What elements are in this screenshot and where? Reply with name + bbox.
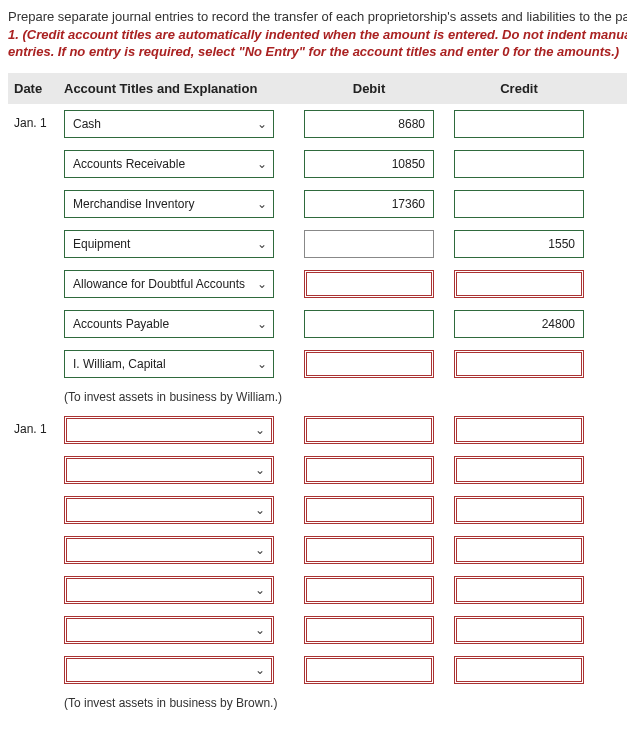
credit-input[interactable] [454,576,584,604]
instruction-line-2: 1. (Credit account titles are automatica… [8,26,627,61]
credit-input[interactable] [454,350,584,378]
chevron-down-icon: ⌄ [257,317,267,331]
date-cell [14,230,64,236]
credit-input[interactable]: 24800 [454,310,584,338]
account-title-select[interactable]: Accounts Payable⌄ [64,310,274,338]
explain-row: (To invest assets in business by Brown.) [8,690,627,716]
table-row: Allowance for Doubtful Accounts⌄ [8,264,627,304]
account-title-value: Merchandise Inventory [73,197,194,211]
debit-input[interactable] [304,656,434,684]
account-title-value: Equipment [73,237,130,251]
credit-input[interactable] [454,416,584,444]
date-cell: Jan. 1 [14,110,64,130]
table-row: ⌄ [8,490,627,530]
credit-input[interactable]: 1550 [454,230,584,258]
account-title-value: Cash [73,117,101,131]
account-title-value: Allowance for Doubtful Accounts [73,277,245,291]
credit-input[interactable] [454,110,584,138]
chevron-down-icon: ⌄ [255,583,265,597]
debit-input[interactable] [304,536,434,564]
debit-input[interactable] [304,496,434,524]
table-row: I. William, Capital⌄ [8,344,627,384]
date-cell [14,576,64,582]
debit-input[interactable] [304,616,434,644]
table-row: ⌄ [8,570,627,610]
table-row: Merchandise Inventory⌄17360 [8,184,627,224]
date-cell [14,350,64,356]
account-title-select[interactable]: ⌄ [64,456,274,484]
date-cell [14,656,64,662]
chevron-down-icon: ⌄ [257,197,267,211]
date-cell [14,310,64,316]
credit-input[interactable] [454,270,584,298]
date-cell: Jan. 1 [14,416,64,436]
table-row: Accounts Receivable⌄10850 [8,144,627,184]
credit-input[interactable] [454,496,584,524]
table-row: Jan. 1Cash⌄8680 [8,104,627,144]
debit-input[interactable]: 8680 [304,110,434,138]
date-cell [14,456,64,462]
credit-input[interactable] [454,536,584,564]
chevron-down-icon: ⌄ [257,117,267,131]
table-row: Accounts Payable⌄24800 [8,304,627,344]
table-row: ⌄ [8,450,627,490]
date-cell [14,270,64,276]
table-header: Date Account Titles and Explanation Debi… [8,73,627,104]
table-row: ⌄ [8,610,627,650]
table-row: Equipment⌄1550 [8,224,627,264]
explanation-text: (To invest assets in business by William… [64,390,282,404]
account-title-select[interactable]: Cash⌄ [64,110,274,138]
account-title-select[interactable]: ⌄ [64,576,274,604]
account-title-select[interactable]: ⌄ [64,496,274,524]
date-cell [14,536,64,542]
account-title-select[interactable]: Merchandise Inventory⌄ [64,190,274,218]
chevron-down-icon: ⌄ [255,543,265,557]
chevron-down-icon: ⌄ [255,663,265,677]
account-title-select[interactable]: I. William, Capital⌄ [64,350,274,378]
chevron-down-icon: ⌄ [257,357,267,371]
date-cell [14,496,64,502]
credit-input[interactable] [454,456,584,484]
chevron-down-icon: ⌄ [255,503,265,517]
account-title-select[interactable]: Accounts Receivable⌄ [64,150,274,178]
explanation-text: (To invest assets in business by Brown.) [64,696,277,710]
account-title-value: I. William, Capital [73,357,166,371]
table-row: ⌄ [8,530,627,570]
credit-input[interactable] [454,616,584,644]
debit-input[interactable]: 10850 [304,150,434,178]
account-title-select[interactable]: ⌄ [64,416,274,444]
chevron-down-icon: ⌄ [255,623,265,637]
instruction-line-1: Prepare separate journal entries to reco… [8,8,627,26]
account-title-select[interactable]: ⌄ [64,536,274,564]
credit-input[interactable] [454,190,584,218]
debit-input[interactable] [304,230,434,258]
debit-input[interactable] [304,576,434,604]
explain-row: (To invest assets in business by William… [8,384,627,410]
table-row: ⌄ [8,650,627,690]
header-title: Account Titles and Explanation [64,81,294,96]
header-credit: Credit [444,81,594,96]
account-title-value: Accounts Payable [73,317,169,331]
debit-input[interactable]: 17360 [304,190,434,218]
account-title-select[interactable]: Allowance for Doubtful Accounts⌄ [64,270,274,298]
debit-input[interactable] [304,350,434,378]
account-title-value: Accounts Receivable [73,157,185,171]
date-cell [14,190,64,196]
debit-input[interactable] [304,310,434,338]
account-title-select[interactable]: ⌄ [64,656,274,684]
chevron-down-icon: ⌄ [257,277,267,291]
date-cell [14,150,64,156]
date-cell [14,616,64,622]
account-title-select[interactable]: ⌄ [64,616,274,644]
credit-input[interactable] [454,150,584,178]
debit-input[interactable] [304,416,434,444]
chevron-down-icon: ⌄ [257,237,267,251]
debit-input[interactable] [304,270,434,298]
account-title-select[interactable]: Equipment⌄ [64,230,274,258]
chevron-down-icon: ⌄ [257,157,267,171]
credit-input[interactable] [454,656,584,684]
header-date: Date [14,81,64,96]
chevron-down-icon: ⌄ [255,423,265,437]
debit-input[interactable] [304,456,434,484]
table-row: Jan. 1⌄ [8,410,627,450]
